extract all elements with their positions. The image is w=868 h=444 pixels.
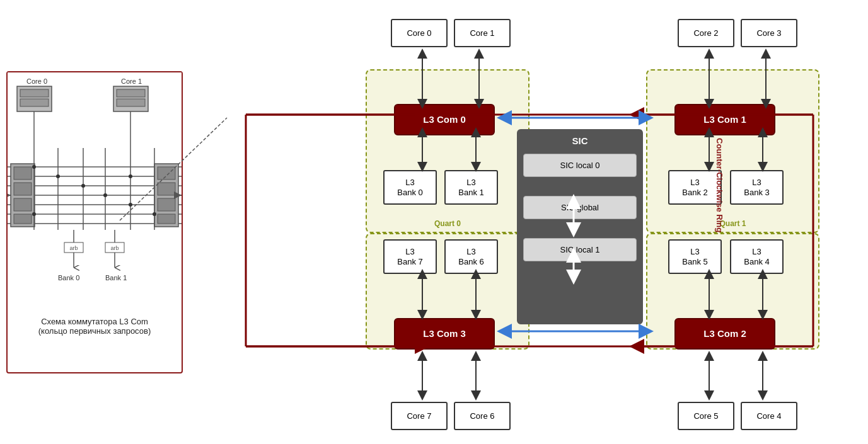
sic-title: SIC [523,135,637,146]
ring-label: Counter-Clockwise Ring [714,138,726,295]
left-diagram: Core 0 Core 1 [6,71,183,373]
svg-text:Core 1: Core 1 [121,77,142,85]
svg-rect-18 [14,167,32,179]
l3bank-6-box: L3 Bank 6 [444,239,498,274]
sic-local1-box: SIC local 1 [523,238,637,261]
l3bank-7-box: L3 Bank 7 [383,239,437,274]
caption-line1: Схема коммутатора L3 Com [14,317,175,326]
svg-text:arb: arb [110,245,119,251]
core-3-box: Core 3 [741,19,797,47]
core-5-box: Core 5 [678,402,734,430]
core-4-box: Core 4 [741,402,797,430]
sic-local0-box: SIC local 0 [523,154,637,177]
svg-point-37 [129,203,132,207]
core-0-box: Core 0 [391,19,448,47]
svg-rect-6 [117,89,145,97]
quart-1: Quart 1 [646,69,819,233]
svg-point-39 [32,212,36,216]
arch-container: Quart 0 Quart 1 Quart 2 Quart 3 Core 0 C… [208,6,862,438]
svg-rect-20 [14,198,32,211]
sic-container: SIC SIC local 0 SIC global SIC local 1 [517,129,643,324]
main-container: Core 0 Core 1 [0,0,868,444]
svg-rect-23 [158,167,175,179]
left-diagram-svg: Core 0 Core 1 [8,72,182,305]
l3bank-4-box: L3 Bank 4 [730,239,784,274]
l3com-0-box: L3 Com 0 [394,104,495,135]
svg-point-40 [129,174,132,178]
svg-point-38 [153,212,156,216]
l3com-1-box: L3 Com 1 [674,104,775,135]
svg-text:Bank 1: Bank 1 [105,274,127,282]
caption-line2: (кольцо первичных запросов) [14,326,175,336]
svg-rect-4 [20,99,49,106]
svg-point-33 [32,165,36,169]
l3bank-0-box: L3 Bank 0 [383,170,437,205]
svg-rect-19 [14,183,32,195]
quart-0: Quart 0 [366,69,529,233]
svg-rect-26 [158,214,175,224]
svg-rect-21 [14,214,32,224]
quart0-label: Quart 0 [434,219,461,228]
svg-point-34 [56,174,60,178]
svg-point-35 [81,184,85,188]
left-diagram-caption: Схема коммутатора L3 Com (кольцо первичн… [8,317,182,336]
core-7-box: Core 7 [391,402,448,430]
svg-text:Bank 0: Bank 0 [58,274,79,282]
l3com-3-box: L3 Com 3 [394,318,495,350]
core-6-box: Core 6 [454,402,511,430]
svg-rect-25 [158,198,175,211]
sic-global-box: SIC global [523,196,637,219]
core-2-box: Core 2 [678,19,734,47]
svg-text:arb: arb [69,245,78,251]
l3bank-3-box: L3 Bank 3 [730,170,784,205]
svg-point-36 [103,193,107,197]
svg-rect-7 [117,99,145,106]
l3com-2-box: L3 Com 2 [674,318,775,350]
l3bank-1-box: L3 Bank 1 [444,170,498,205]
left-diagram-inner: Core 0 Core 1 [8,72,182,312]
svg-rect-24 [158,183,175,195]
svg-text:Core 0: Core 0 [26,77,47,85]
core-1-box: Core 1 [454,19,511,47]
svg-rect-3 [20,89,49,97]
